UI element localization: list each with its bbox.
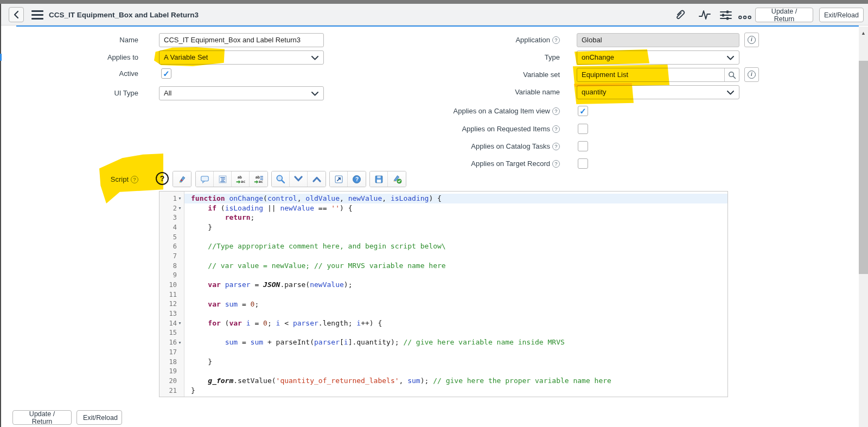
applies-to-select[interactable]: A Variable Set (159, 50, 324, 65)
code-line[interactable]: for (var i = 0; i < parser.length; i++) … (184, 318, 727, 328)
validate-script-button[interactable] (388, 171, 406, 187)
code-line[interactable]: // var value = newValue; // your MRVS va… (184, 261, 727, 271)
variable-set-reference-field[interactable]: Equipment List (577, 68, 739, 82)
line-number[interactable]: 21 (159, 386, 184, 396)
code-line[interactable] (184, 232, 727, 242)
scrollbar-up-arrow[interactable]: ▲ (859, 29, 868, 37)
search-button[interactable] (272, 171, 290, 187)
line-number[interactable]: 3 (159, 213, 184, 222)
syntax-check-button[interactable] (173, 171, 191, 187)
toggle-comment-button[interactable] (196, 171, 214, 187)
help-question-icon[interactable]: ? (552, 107, 560, 115)
line-number[interactable]: 13 (159, 309, 184, 318)
activity-stream-icon[interactable] (698, 9, 712, 22)
code-line[interactable] (184, 366, 727, 376)
help-question-icon[interactable]: ? (552, 143, 560, 150)
line-number[interactable]: 18 (159, 357, 184, 367)
variable-name-select[interactable]: quantity (577, 85, 739, 99)
line-number[interactable]: 8 (159, 261, 184, 271)
ui-type-select[interactable]: All (159, 86, 324, 100)
update-return-button-header[interactable]: Update / Return (755, 8, 813, 22)
reference-lookup-button[interactable] (724, 68, 739, 81)
type-select[interactable]: onChange (577, 50, 739, 65)
line-number[interactable]: 4 (159, 222, 184, 232)
format-code-button[interactable] (214, 171, 232, 187)
code-line[interactable] (184, 271, 727, 281)
active-checkbox[interactable]: ✓ (161, 68, 171, 79)
line-number[interactable]: 19 (159, 366, 184, 376)
svg-text:?: ? (355, 176, 359, 182)
applies-target-record-checkbox[interactable]: ✓ (578, 158, 588, 169)
find-previous-button[interactable] (308, 171, 326, 187)
line-number[interactable]: 5 (159, 232, 184, 242)
applies-catalog-item-view-checkbox[interactable]: ✓ (578, 106, 588, 116)
find-next-button[interactable] (290, 171, 308, 187)
fold-arrow-icon[interactable]: ▾ (177, 206, 183, 211)
code-line[interactable]: sum = sum + parseInt(parser[i].quantity)… (184, 337, 727, 347)
line-number[interactable]: 2▾ (159, 203, 184, 213)
code-line[interactable]: if (isLoading || newValue == '') { (184, 203, 727, 213)
personalize-form-icon[interactable] (719, 9, 733, 22)
code-line[interactable]: var parser = JSON.parse(newValue); (184, 280, 727, 290)
fold-arrow-icon[interactable]: ▾ (177, 340, 183, 345)
line-number[interactable]: 11 (159, 290, 184, 299)
line-number[interactable]: 12 (159, 299, 184, 309)
code-line[interactable]: } (184, 222, 727, 232)
line-number[interactable]: 14▾ (159, 318, 184, 328)
replace-all-button[interactable]: abac (250, 171, 267, 187)
editor-help-button[interactable]: ? (348, 171, 366, 187)
line-number[interactable]: 7 (159, 251, 184, 261)
exit-reload-button-footer[interactable]: Exit/Reload (76, 410, 122, 425)
fold-arrow-icon[interactable]: ▾ (177, 196, 183, 201)
code-line[interactable]: var sum = 0; (184, 299, 727, 309)
code-line[interactable]: function onChange(control, oldValue, new… (184, 194, 727, 203)
line-number[interactable]: 10 (159, 280, 184, 290)
update-return-button-footer[interactable]: Update / Return (12, 410, 72, 425)
code-line[interactable] (184, 328, 727, 338)
vertical-scrollbar-thumb[interactable] (859, 61, 868, 274)
attachment-icon[interactable] (673, 9, 687, 22)
application-info-button[interactable]: i (744, 33, 759, 47)
help-question-icon[interactable]: ? (552, 36, 560, 44)
line-number[interactable]: 6 (159, 241, 184, 251)
save-script-button[interactable] (370, 171, 388, 187)
help-question-icon[interactable]: ? (552, 125, 560, 133)
line-number[interactable]: 9 (159, 271, 184, 281)
applies-catalog-tasks-checkbox[interactable]: ✓ (578, 141, 588, 151)
toolbar-group-find (271, 171, 326, 187)
code-line[interactable]: } (184, 357, 727, 367)
line-number[interactable]: 1▾ (159, 194, 184, 203)
code-line[interactable] (184, 290, 727, 299)
help-question-icon[interactable]: ? (131, 176, 138, 183)
script-help-button[interactable]: ? (156, 172, 169, 185)
variable-set-value[interactable]: Equipment List (577, 68, 724, 81)
code-line[interactable]: } (184, 386, 727, 396)
fold-arrow-icon[interactable]: ▾ (177, 321, 183, 326)
code-line[interactable] (184, 347, 727, 357)
editor-code-area[interactable]: function onChange(control, oldValue, new… (184, 192, 727, 397)
applies-requested-items-checkbox[interactable]: ✓ (578, 124, 588, 134)
code-line[interactable] (184, 251, 727, 261)
script-code-editor[interactable]: 1▾2▾34567891011121314▾1516▾1718192021 fu… (159, 191, 728, 397)
open-in-new-window-button[interactable] (330, 171, 348, 187)
line-number[interactable]: 16▾ (159, 337, 184, 347)
code-line[interactable]: return; (184, 213, 727, 222)
applies-to-value: A Variable Set (164, 53, 208, 61)
code-line[interactable]: g_form.setValue('quantity_of_returned_la… (184, 376, 727, 386)
back-button[interactable] (9, 7, 24, 22)
code-line[interactable]: //Type appropriate comment here, and beg… (184, 241, 727, 251)
line-number[interactable]: 15 (159, 328, 184, 338)
name-input[interactable]: CCS_IT Equipment_Box and Label Return3 (159, 33, 324, 47)
variable-set-info-button[interactable]: i (744, 67, 759, 82)
ui-type-value: All (164, 89, 171, 97)
info-icon: i (748, 36, 756, 44)
exit-reload-button-header[interactable]: Exit/Reload (819, 8, 864, 22)
line-number[interactable]: 20 (159, 376, 184, 386)
form-context-menu-icon[interactable] (31, 10, 43, 20)
code-line[interactable] (184, 309, 727, 318)
help-question-icon[interactable]: ? (552, 160, 560, 168)
replace-button[interactable]: abac (232, 171, 250, 187)
line-number[interactable]: 17 (159, 347, 184, 357)
more-options-icon[interactable] (738, 11, 752, 24)
chevron-down-icon (727, 91, 734, 95)
